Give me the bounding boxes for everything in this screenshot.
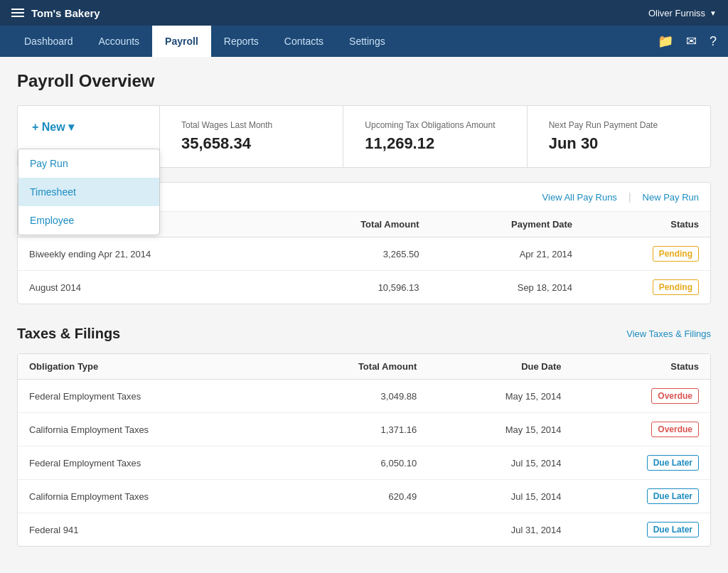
taxes-table-header: Obligation Type Total Amount Due Date St… [18, 354, 710, 380]
taxes-status: Due Later [573, 513, 710, 547]
status-badge: Pending [653, 246, 699, 262]
due-date: May 15, 2014 [428, 380, 572, 413]
stat-next-pay-run-value: Jun 30 [549, 134, 689, 153]
taxes-status: Overdue [573, 413, 710, 446]
table-row[interactable]: California Employment Taxes 620.49 Jul 1… [18, 480, 710, 513]
nav-bar: Dashboard Accounts Payroll Reports Conta… [0, 26, 728, 57]
taxes-title: Taxes & Filings [17, 326, 120, 342]
taxes-table-wrapper: Obligation Type Total Amount Due Date St… [17, 353, 711, 547]
taxes-status: Due Later [573, 480, 710, 513]
taxes-total-amount: 620.49 [279, 480, 428, 513]
table-row[interactable]: California Employment Taxes 1,371.16 May… [18, 413, 710, 446]
nav-item-dashboard[interactable]: Dashboard [11, 26, 86, 57]
table-row[interactable]: Federal Employment Taxes 6,050.10 Jul 15… [18, 446, 710, 480]
pay-run-payment-date: Sep 18, 2014 [430, 271, 584, 304]
stat-next-pay-run: Next Pay Run Payment Date Jun 30 [528, 106, 710, 167]
dropdown-item-pay-run[interactable]: Pay Run [18, 149, 159, 178]
pay-run-total-amount: 10,596.13 [282, 271, 431, 304]
nav-right: 📁 ✉ ? [658, 33, 717, 49]
dropdown-item-employee[interactable]: Employee [18, 206, 159, 235]
stat-total-wages: Total Wages Last Month 35,658.34 [160, 106, 343, 167]
pay-run-description: Biweekly ending Apr 21, 2014 [18, 237, 282, 271]
pay-run-status: Pending [584, 237, 710, 271]
status-badge: Overdue [651, 388, 699, 404]
due-date: Jul 15, 2014 [428, 480, 572, 513]
top-bar-left: Tom's Bakery [11, 7, 100, 19]
stat-next-pay-run-label: Next Pay Run Payment Date [549, 120, 689, 130]
header-divider: | [628, 191, 631, 203]
summary-stats: Total Wages Last Month 35,658.34 Upcomin… [160, 106, 710, 167]
obligation-type: Federal 941 [18, 513, 279, 547]
col-obligation-type: Obligation Type [18, 354, 279, 380]
status-badge: Pending [653, 279, 699, 295]
stat-total-wages-label: Total Wages Last Month [181, 120, 321, 130]
obligation-type: Federal Employment Taxes [18, 446, 279, 480]
top-bar: Tom's Bakery Oliver Furniss ▼ [0, 0, 728, 26]
nav-item-accounts[interactable]: Accounts [86, 26, 153, 57]
status-badge: Overdue [651, 422, 699, 437]
status-badge: Due Later [647, 522, 699, 537]
nav-item-reports[interactable]: Reports [211, 26, 272, 57]
stat-tax-obligations-value: 11,269.12 [365, 134, 505, 153]
folder-icon[interactable]: 📁 [658, 33, 673, 49]
pay-run-payment-date: Apr 21, 2014 [430, 237, 584, 271]
user-dropdown-arrow[interactable]: ▼ [710, 9, 717, 17]
table-row[interactable]: Federal 941 Jul 31, 2014 Due Later [18, 513, 710, 547]
new-button[interactable]: + New ▾ [32, 120, 74, 134]
nav-item-contacts[interactable]: Contacts [272, 26, 336, 57]
obligation-type: California Employment Taxes [18, 480, 279, 513]
taxes-total-amount: 3,049.88 [279, 380, 428, 413]
taxes-status: Overdue [573, 380, 710, 413]
hamburger-menu[interactable] [11, 9, 24, 17]
new-pay-run-link[interactable]: New Pay Run [643, 192, 699, 203]
due-date: Jul 15, 2014 [428, 446, 572, 480]
table-row[interactable]: Biweekly ending Apr 21, 2014 3,265.50 Ap… [18, 237, 710, 271]
taxes-total-amount: 6,050.10 [279, 446, 428, 480]
status-badge: Due Later [647, 455, 699, 471]
stat-tax-obligations: Upcoming Tax Obligations Amount 11,269.1… [343, 106, 527, 167]
pay-run-description: August 2014 [18, 271, 282, 304]
taxes-section: Taxes & Filings View Taxes & Filings Obl… [17, 326, 711, 547]
stat-total-wages-value: 35,658.34 [181, 134, 321, 153]
new-dropdown-menu: Pay Run Timesheet Employee [18, 149, 160, 235]
taxes-header: Taxes & Filings View Taxes & Filings [17, 326, 711, 342]
page-title: Payroll Overview [17, 71, 711, 91]
nav-item-settings[interactable]: Settings [336, 26, 398, 57]
col-taxes-total-amount: Total Amount [279, 354, 428, 380]
taxes-status: Due Later [573, 446, 710, 480]
summary-new-btn-area: + New ▾ Pay Run Timesheet Employee [18, 106, 160, 167]
nav-item-payroll[interactable]: Payroll [152, 26, 211, 57]
table-row[interactable]: Federal Employment Taxes 3,049.88 May 15… [18, 380, 710, 413]
view-taxes-link[interactable]: View Taxes & Filings [626, 328, 711, 339]
obligation-type: Federal Employment Taxes [18, 380, 279, 413]
summary-card: + New ▾ Pay Run Timesheet Employee Total… [17, 105, 711, 168]
page-content: Payroll Overview + New ▾ Pay Run Timeshe… [0, 57, 728, 573]
due-date: Jul 31, 2014 [428, 513, 572, 547]
help-icon[interactable]: ? [710, 34, 717, 49]
company-name: Tom's Bakery [31, 7, 100, 19]
dropdown-item-timesheet[interactable]: Timesheet [18, 178, 159, 206]
col-taxes-status: Status [573, 354, 710, 380]
taxes-total-amount: 1,371.16 [279, 413, 428, 446]
table-row[interactable]: August 2014 10,596.13 Sep 18, 2014 Pendi… [18, 271, 710, 304]
user-name: Oliver Furniss [648, 8, 705, 18]
top-bar-right: Oliver Furniss ▼ [648, 8, 717, 18]
mail-icon[interactable]: ✉ [686, 33, 697, 49]
stat-tax-obligations-label: Upcoming Tax Obligations Amount [365, 120, 505, 130]
view-all-pay-runs-link[interactable]: View All Pay Runs [542, 192, 617, 203]
due-date: May 15, 2014 [428, 413, 572, 446]
status-badge: Due Later [647, 488, 699, 504]
col-total-amount: Total Amount [282, 212, 431, 237]
obligation-type: California Employment Taxes [18, 413, 279, 446]
taxes-table: Obligation Type Total Amount Due Date St… [18, 354, 710, 546]
taxes-total-amount [279, 513, 428, 547]
pay-run-status: Pending [584, 271, 710, 304]
pay-run-total-amount: 3,265.50 [282, 237, 431, 271]
nav-left: Dashboard Accounts Payroll Reports Conta… [11, 26, 398, 57]
col-due-date: Due Date [428, 354, 572, 380]
col-status: Status [584, 212, 710, 237]
col-payment-date: Payment Date [430, 212, 584, 237]
